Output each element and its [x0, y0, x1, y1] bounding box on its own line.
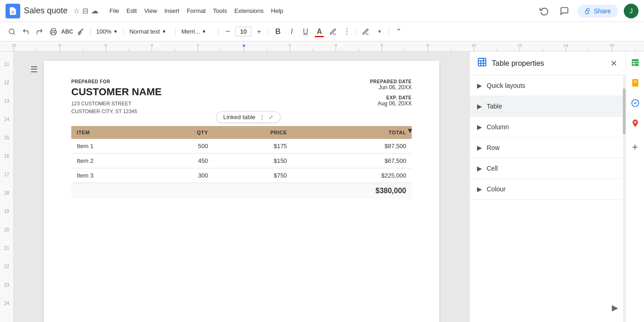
linked-table-badge[interactable]: Linked table ⋮ ⤢ — [216, 111, 280, 123]
user-avatar[interactable]: J — [624, 4, 638, 18]
tasks-side-icon[interactable] — [628, 96, 643, 110]
separator-4 — [218, 27, 218, 36]
section-header-row[interactable]: ▶ Row — [470, 138, 626, 158]
table-icon — [477, 57, 487, 69]
add-side-icon[interactable]: + — [628, 140, 643, 155]
chevron-cell: ▶ — [477, 165, 482, 172]
paint-format-button[interactable] — [75, 25, 87, 38]
style-select[interactable]: Normal text ▼ — [126, 26, 172, 37]
cell-item[interactable]: Item 1 — [71, 139, 150, 154]
sheets-side-icon[interactable] — [628, 55, 643, 70]
cell-total[interactable]: $67,500 — [293, 154, 412, 168]
zoom-value: 100% — [96, 28, 111, 35]
cell-qty[interactable]: 450 — [150, 154, 213, 168]
svg-rect-2 — [585, 11, 588, 13]
app-icon[interactable] — [6, 4, 20, 18]
list-icon[interactable]: ☰ — [30, 64, 38, 75]
chevron-column: ▶ — [477, 123, 482, 131]
text-color-button[interactable]: A — [313, 25, 326, 38]
history-button[interactable] — [537, 4, 552, 18]
col-sort-icon[interactable]: ▾ — [408, 126, 412, 135]
toolbar: ABC 100% ▼ Normal text ▼ Merri... ▼ − + … — [0, 22, 644, 41]
spellcheck-button[interactable]: ABC — [61, 25, 74, 38]
font-size-input[interactable] — [235, 27, 252, 36]
search-button[interactable] — [6, 25, 18, 38]
maps-side-icon[interactable] — [628, 116, 643, 131]
comment-button[interactable] — [557, 4, 572, 18]
menu-view[interactable]: View — [140, 6, 161, 16]
linked-table-expand-icon[interactable]: ⤢ — [269, 114, 273, 121]
menu-edit[interactable]: Edit — [123, 6, 140, 16]
cell-item[interactable]: Item 3 — [71, 168, 150, 183]
table-row: Item 3 300 $750 $225,000 — [71, 168, 412, 183]
cell-price[interactable]: $175 — [213, 139, 293, 154]
color-indicator — [315, 36, 324, 37]
table-row: Item 1 500 $175 $87,500 — [71, 139, 412, 154]
menu-extensions[interactable]: Extensions — [230, 6, 267, 16]
zoom-select[interactable]: 100% ▼ — [93, 26, 121, 37]
section-header-cell[interactable]: ▶ Cell — [470, 158, 626, 178]
font-value: Merri... — [181, 28, 200, 35]
linked-table-menu-icon[interactable]: ⋮ — [259, 114, 265, 121]
underline-button[interactable]: U — [299, 25, 312, 38]
prepared-date-value: Jun 06, 20XX — [370, 84, 412, 91]
section-header-table[interactable]: ▶ Table — [470, 96, 626, 116]
section-header-quick-layouts[interactable]: ▶ Quick layouts — [470, 75, 626, 96]
highlight-button[interactable] — [327, 25, 339, 38]
folder-icon[interactable]: ⊟ — [82, 6, 88, 15]
menu-tools[interactable]: Tools — [209, 6, 230, 16]
style-chevron: ▼ — [162, 29, 167, 34]
cell-total[interactable]: $225,000 — [293, 168, 412, 183]
style-value: Normal text — [129, 28, 160, 35]
pen-chevron-button[interactable]: ▼ — [373, 25, 386, 38]
zoom-chevron: ▼ — [113, 29, 118, 34]
cell-qty[interactable]: 300 — [150, 168, 213, 183]
cell-price[interactable]: $150 — [213, 154, 293, 168]
pen-tool-button[interactable] — [359, 25, 372, 38]
section-header-colour[interactable]: ▶ Colour — [470, 179, 626, 199]
col-total: TOTAL ▾ — [293, 126, 412, 139]
more-options-button[interactable]: ⋮ — [340, 25, 353, 38]
italic-button[interactable]: I — [285, 25, 298, 38]
menu-format[interactable]: Format — [183, 6, 209, 16]
menu-file[interactable]: File — [106, 6, 123, 16]
cell-qty[interactable]: 500 — [150, 139, 213, 154]
section-label-quick-layouts: Quick layouts — [487, 82, 525, 89]
document-title[interactable]: Sales quote — [24, 6, 68, 16]
bold-button[interactable]: B — [271, 25, 284, 38]
collapse-toolbar-button[interactable]: ⌃ — [392, 25, 405, 38]
document-header: PREPARED FOR CUSTOMER NAME 123 CUSTOMER … — [71, 79, 412, 115]
redo-button[interactable] — [33, 25, 46, 38]
customer-name[interactable]: CUSTOMER NAME — [71, 86, 161, 98]
section-label-row: Row — [487, 144, 500, 151]
section-header-column[interactable]: ▶ Column — [470, 117, 626, 137]
exp-date-value: Aug 06, 20XX — [370, 100, 412, 107]
address-line2: CUSTOMER CITY, ST 12345 — [71, 108, 161, 115]
undo-button[interactable] — [19, 25, 32, 38]
prepared-for-section: PREPARED FOR CUSTOMER NAME 123 CUSTOMER … — [71, 79, 161, 115]
panel-scrollbar[interactable] — [623, 75, 626, 322]
share-label: Share — [594, 7, 611, 15]
section-cell: ▶ Cell — [470, 158, 626, 179]
table-body: Item 1 500 $175 $87,500 Item 2 450 $150 … — [71, 139, 412, 199]
ruler — [0, 41, 644, 52]
font-decrease-button[interactable]: − — [221, 25, 234, 38]
cloud-icon[interactable]: ☁ — [91, 6, 98, 15]
exp-date-label: EXP. DATE — [370, 95, 412, 100]
cell-price[interactable]: $750 — [213, 168, 293, 183]
menu-insert[interactable]: Insert — [161, 6, 183, 16]
separator-7 — [389, 27, 389, 36]
font-increase-button[interactable]: + — [253, 25, 265, 38]
print-button[interactable] — [47, 25, 60, 38]
star-icon[interactable]: ☆ — [73, 6, 80, 15]
panel-close-button[interactable]: ✕ — [610, 58, 618, 69]
share-button[interactable]: Share — [577, 5, 618, 17]
cell-item[interactable]: Item 2 — [71, 154, 150, 168]
font-select[interactable]: Merri... ▼ — [178, 26, 215, 37]
expand-panel-button[interactable]: ▶ — [612, 303, 618, 313]
menu-help[interactable]: Help — [267, 6, 287, 16]
keep-side-icon[interactable] — [628, 75, 643, 90]
section-colour: ▶ Colour — [470, 179, 626, 200]
cell-total[interactable]: $87,500 — [293, 139, 412, 154]
document-area[interactable]: ☰ PREPARED FOR CUSTOMER NAME 123 CUSTOME… — [14, 52, 469, 322]
